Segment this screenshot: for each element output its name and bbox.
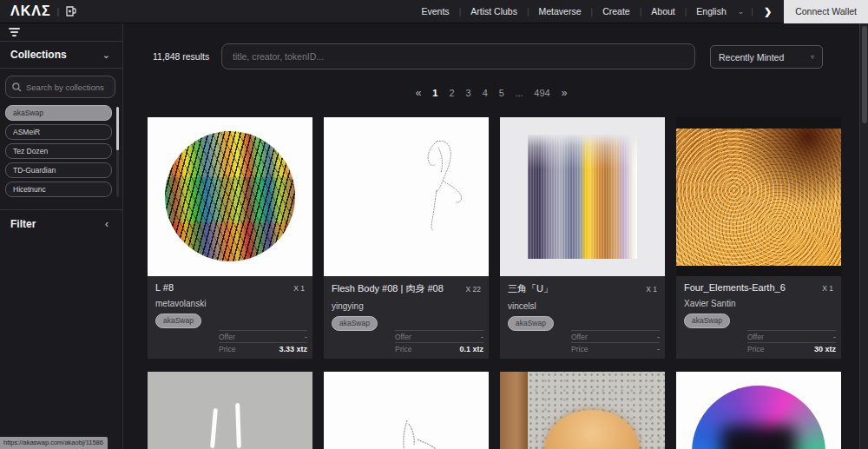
nft-pricing: Offer- Price30 xtz: [747, 330, 836, 354]
wireframe-body-drawing: [412, 135, 466, 237]
collections-search-box[interactable]: [5, 76, 115, 98]
dropdown-arrow-icon: ▿: [811, 53, 814, 61]
nft-edition-count: X 1: [822, 284, 833, 293]
nft-creator[interactable]: vincelsl: [508, 301, 657, 311]
nft-card[interactable]: [500, 372, 665, 449]
pagination-page-2[interactable]: 2: [449, 88, 454, 98]
collection-item-hicetnunc[interactable]: Hicetnunc: [5, 182, 112, 197]
nft-title[interactable]: Four_Elements-Earth_6: [684, 282, 786, 293]
nft-card[interactable]: [676, 372, 841, 449]
nft-artwork-gray-marks[interactable]: [148, 372, 312, 449]
pagination-ellipsis: ...: [516, 89, 523, 98]
nft-artwork-pomeranian-photo[interactable]: [500, 372, 665, 449]
nav-item-create[interactable]: Create: [593, 6, 640, 17]
collections-section-header[interactable]: Collections ⌄: [0, 42, 122, 69]
nft-card-info: 三角「U」 X 1 vincelsl akaSwap Offer- Price-: [500, 276, 665, 359]
collections-list: akaSwap ASMeiR Tez Dozen TD-Guardian Hic…: [0, 103, 122, 204]
offer-label: Offer: [219, 333, 235, 341]
chevron-down-icon: ⌄: [738, 7, 745, 16]
nft-card[interactable]: Four_Elements-Earth_6 X 1 Xavier Santin …: [676, 117, 841, 359]
collapse-arrow-icon[interactable]: ❯: [753, 6, 784, 17]
nft-card[interactable]: L #8 X 1 metavolanski akaSwap Offer- Pri…: [148, 117, 312, 359]
collections-list-scrollbar[interactable]: [116, 107, 119, 197]
nft-card[interactable]: 三角「U」 X 1 vincelsl akaSwap Offer- Price-: [500, 117, 665, 359]
search-icon: [12, 83, 22, 92]
collection-item-asmeir[interactable]: ASMeiR: [5, 124, 112, 140]
token-search-input[interactable]: [233, 51, 684, 62]
pagination-page-3[interactable]: 3: [466, 88, 471, 98]
price-label: Price: [571, 345, 588, 353]
akaswap-logo[interactable]: ΛΚΛΣ: [10, 4, 51, 18]
nft-artwork-striped-circle[interactable]: [148, 117, 312, 276]
mug-icon[interactable]: [65, 5, 76, 17]
filter-header-label: Filter: [10, 218, 36, 230]
akaswap-marketplace-page: ΛΚΛΣ | Events | Artist Clubs | Metaverse…: [0, 0, 868, 449]
pagination-page-494[interactable]: 494: [534, 88, 549, 98]
collections-search-input[interactable]: [26, 83, 108, 92]
pagination-next[interactable]: »: [562, 87, 568, 99]
collections-sidebar: Collections ⌄ akaSwap ASMeiR Tez Dozen T…: [0, 23, 123, 449]
offer-value: -: [305, 333, 307, 341]
language-selector[interactable]: English ⌄: [687, 6, 751, 17]
nft-artwork-rainbow-orb[interactable]: [676, 372, 841, 449]
nft-edition-count: X 22: [466, 285, 482, 294]
language-label[interactable]: English: [687, 6, 735, 17]
price-label: Price: [395, 345, 411, 353]
nft-creator[interactable]: metavolanski: [155, 299, 305, 308]
collection-item-tez-dozen[interactable]: Tez Dozen: [5, 143, 112, 159]
nft-artwork-wireframe-figure[interactable]: [324, 117, 489, 276]
nft-title[interactable]: Flesh Body #08 | 肉身 #08: [332, 282, 444, 295]
collections-header-label: Collections: [10, 49, 67, 61]
connect-wallet-button[interactable]: Connect Wallet: [784, 0, 868, 23]
nav-item-artist-clubs[interactable]: Artist Clubs: [461, 6, 527, 17]
logo-separator: |: [57, 6, 60, 17]
offer-label: Offer: [395, 333, 411, 341]
nft-card-info: Flesh Body #08 | 肉身 #08 X 22 yingying ak…: [324, 276, 489, 359]
nav-item-events[interactable]: Events: [412, 6, 459, 17]
sidebar-filter-toggle[interactable]: [0, 23, 122, 42]
results-count: 11,848 results: [153, 51, 209, 62]
nft-title[interactable]: 三角「U」: [508, 282, 553, 295]
collection-badge[interactable]: akaSwap: [332, 316, 378, 331]
pagination-page-1[interactable]: 1: [432, 88, 437, 98]
nft-title[interactable]: L #8: [155, 282, 174, 293]
offer-label: Offer: [571, 333, 588, 341]
link-preview-tooltip: https://akaswap.com/akaobj/11586: [0, 437, 108, 449]
pagination: « 1 2 3 4 5 ... 494 »: [123, 87, 859, 99]
token-search-box[interactable]: [221, 43, 695, 69]
filter-section-header[interactable]: Filter ‹: [0, 209, 122, 237]
collection-badge[interactable]: akaSwap: [684, 314, 730, 328]
offer-value: -: [481, 333, 483, 341]
pagination-prev[interactable]: «: [416, 87, 422, 99]
nft-pricing: Offer- Price-: [571, 330, 660, 354]
nft-artwork-glitch-stripes[interactable]: [500, 117, 665, 276]
price-value: -: [657, 345, 660, 353]
nft-creator[interactable]: Xavier Santin: [684, 299, 833, 308]
collection-badge[interactable]: akaSwap: [508, 316, 554, 331]
offer-label: Offer: [747, 333, 764, 341]
pagination-page-5[interactable]: 5: [499, 88, 504, 98]
nft-pricing: Offer- Price0.1 xtz: [395, 330, 483, 354]
page-scrollbar[interactable]: [859, 23, 868, 449]
collection-item-akaswap[interactable]: akaSwap: [5, 105, 112, 121]
nav-item-metaverse[interactable]: Metaverse: [529, 6, 591, 17]
nft-card[interactable]: [148, 372, 312, 449]
nft-card-info: Four_Elements-Earth_6 X 1 Xavier Santin …: [676, 276, 841, 359]
sort-dropdown[interactable]: Recently Minted ▿: [710, 45, 823, 69]
nft-artwork-wireframe-sketch[interactable]: [324, 372, 489, 449]
nft-card-info: L #8 X 1 metavolanski akaSwap Offer- Pri…: [148, 276, 312, 359]
nft-creator[interactable]: yingying: [332, 301, 481, 311]
nft-card[interactable]: [324, 372, 489, 449]
nft-edition-count: X 1: [293, 284, 305, 293]
price-value: 30 xtz: [814, 345, 836, 353]
wireframe-sketch-drawing: [391, 413, 452, 449]
collection-badge[interactable]: akaSwap: [155, 314, 201, 328]
collection-item-td-guardian[interactable]: TD-Guardian: [5, 162, 112, 178]
nft-artwork-earth-aerial[interactable]: [676, 117, 841, 276]
nft-card[interactable]: Flesh Body #08 | 肉身 #08 X 22 yingying ak…: [324, 117, 489, 359]
pagination-page-4[interactable]: 4: [483, 88, 488, 98]
scrollbar-thumb[interactable]: [862, 26, 867, 123]
main-nav: Events | Artist Clubs | Metaverse | Crea…: [412, 0, 868, 23]
nav-item-about[interactable]: About: [641, 6, 684, 17]
results-main: 11,848 results Recently Minted ▿ « 1 2 3…: [123, 23, 868, 449]
